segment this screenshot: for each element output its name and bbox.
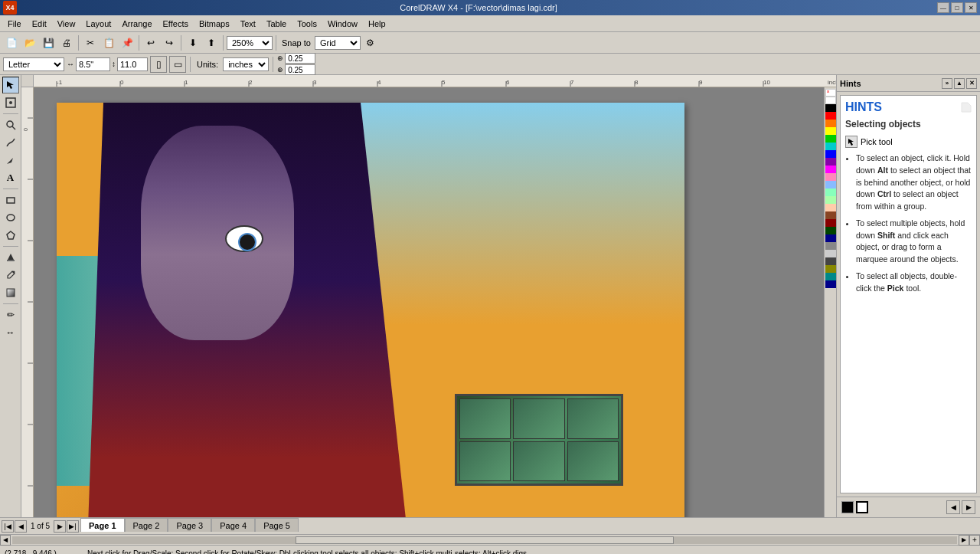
smart-drawing[interactable]: ✏ bbox=[2, 307, 19, 323]
menu-window[interactable]: Window bbox=[323, 18, 362, 30]
fill-swatch[interactable] bbox=[841, 501, 854, 513]
palette-none[interactable]: × bbox=[825, 89, 836, 97]
x-nudge-input[interactable] bbox=[285, 53, 315, 64]
next-btn[interactable]: ▶ bbox=[962, 500, 975, 514]
menu-table[interactable]: Table bbox=[262, 18, 291, 30]
color-dark-red[interactable] bbox=[825, 219, 836, 227]
minimize-button[interactable]: — bbox=[937, 2, 949, 13]
menu-help[interactable]: Help bbox=[364, 18, 390, 30]
page-tab-5[interactable]: Page 5 bbox=[255, 518, 299, 532]
page-tab-2[interactable]: Page 2 bbox=[125, 518, 168, 532]
menu-bitmaps[interactable]: Bitmaps bbox=[194, 18, 234, 30]
color-orange[interactable] bbox=[825, 120, 836, 127]
new-button[interactable]: 📄 bbox=[3, 34, 20, 51]
page-tab-4[interactable]: Page 4 bbox=[211, 518, 255, 532]
color-dark-blue[interactable] bbox=[825, 234, 836, 242]
menu-edit[interactable]: Edit bbox=[28, 18, 51, 30]
eyedropper-tool[interactable] bbox=[2, 267, 19, 284]
color-dark-green[interactable] bbox=[825, 227, 836, 234]
cut-button[interactable]: ✂ bbox=[82, 34, 99, 51]
rectangle-tool[interactable] bbox=[2, 192, 19, 208]
color-pink[interactable] bbox=[825, 173, 836, 181]
page-size-select[interactable]: LetterA4 bbox=[3, 57, 64, 71]
shape-tool[interactable] bbox=[2, 94, 19, 111]
zoom-tool[interactable] bbox=[2, 116, 19, 133]
menu-layout[interactable]: Layout bbox=[81, 18, 116, 30]
color-magenta[interactable] bbox=[825, 166, 836, 173]
copy-button[interactable]: 📋 bbox=[100, 34, 117, 51]
undo-button[interactable]: ↩ bbox=[142, 34, 159, 51]
panel-close-btn[interactable]: ✕ bbox=[966, 78, 977, 89]
snap-options[interactable]: ⚙ bbox=[362, 34, 379, 51]
close-button[interactable]: ✕ bbox=[965, 2, 977, 13]
import-button[interactable]: ⬇ bbox=[185, 34, 201, 51]
menu-view[interactable]: View bbox=[53, 18, 80, 30]
color-black[interactable] bbox=[825, 104, 836, 112]
fill-tool[interactable] bbox=[2, 249, 19, 266]
freehand-tool[interactable] bbox=[2, 134, 19, 151]
color-teal[interactable] bbox=[825, 273, 836, 280]
first-page-btn[interactable]: |◀ bbox=[2, 520, 14, 533]
ellipse-tool[interactable] bbox=[2, 209, 19, 226]
color-lightblue[interactable] bbox=[825, 181, 836, 188]
text-tool[interactable]: A bbox=[2, 169, 19, 186]
document-page[interactable] bbox=[57, 103, 684, 517]
export-button[interactable]: ⬆ bbox=[203, 34, 220, 51]
color-light-gray[interactable] bbox=[825, 250, 836, 257]
canvas-area[interactable]: -1 0 1 2 3 4 5 6 7 bbox=[21, 75, 836, 517]
menu-tools[interactable]: Tools bbox=[292, 18, 322, 30]
zoom-select[interactable]: 250%100%50% bbox=[227, 36, 273, 50]
color-yellow[interactable] bbox=[825, 127, 836, 135]
color-olive[interactable] bbox=[825, 265, 836, 273]
height-input[interactable] bbox=[117, 57, 148, 71]
redo-button[interactable]: ↪ bbox=[161, 34, 178, 51]
scroll-left-btn[interactable]: ◀ bbox=[0, 535, 11, 546]
color-navy[interactable] bbox=[825, 280, 836, 288]
menu-text[interactable]: Text bbox=[236, 18, 260, 30]
color-lightgreen[interactable] bbox=[825, 188, 836, 196]
paste-button[interactable]: 📌 bbox=[119, 34, 136, 51]
pick-tool[interactable] bbox=[2, 77, 19, 93]
color-gray[interactable] bbox=[825, 242, 836, 250]
last-page-btn[interactable]: ▶| bbox=[67, 520, 79, 533]
open-button[interactable]: 📂 bbox=[21, 34, 38, 51]
color-cyan[interactable] bbox=[825, 143, 836, 150]
units-select[interactable]: inchesmmcm bbox=[223, 57, 269, 71]
scroll-thumb[interactable] bbox=[296, 536, 674, 544]
maximize-button[interactable]: □ bbox=[951, 2, 963, 13]
landscape-btn[interactable]: ▭ bbox=[169, 56, 186, 73]
zoom-in-btn[interactable]: + bbox=[969, 535, 980, 546]
y-nudge-input[interactable] bbox=[285, 64, 315, 75]
color-peach[interactable] bbox=[825, 204, 836, 211]
color-green[interactable] bbox=[825, 135, 836, 143]
width-input[interactable] bbox=[76, 57, 110, 71]
canvas-content[interactable] bbox=[34, 87, 836, 517]
panel-float-btn[interactable]: ▲ bbox=[954, 78, 965, 89]
interactive-fill[interactable] bbox=[2, 284, 19, 301]
polygon-tool[interactable] bbox=[2, 227, 19, 244]
save-button[interactable]: 💾 bbox=[40, 34, 57, 51]
menu-arrange[interactable]: Arrange bbox=[117, 18, 156, 30]
color-white[interactable] bbox=[825, 97, 836, 104]
color-blue[interactable] bbox=[825, 150, 836, 158]
menu-file[interactable]: File bbox=[3, 18, 26, 30]
portrait-btn[interactable]: ▯ bbox=[150, 56, 167, 73]
color-lime[interactable] bbox=[825, 196, 836, 204]
page-tab-3[interactable]: Page 3 bbox=[168, 518, 211, 532]
scroll-right-btn[interactable]: ▶ bbox=[959, 535, 969, 546]
next-page-btn[interactable]: ▶ bbox=[54, 520, 66, 533]
dimension-tool[interactable]: ↔ bbox=[2, 324, 19, 341]
snap-select[interactable]: GridGuidelines bbox=[315, 36, 361, 50]
prev-btn[interactable]: ◀ bbox=[946, 500, 960, 514]
panel-expand-btn[interactable]: » bbox=[942, 78, 952, 89]
color-purple[interactable] bbox=[825, 158, 836, 166]
pen-tool[interactable] bbox=[2, 152, 19, 169]
color-red[interactable] bbox=[825, 112, 836, 120]
color-brown[interactable] bbox=[825, 211, 836, 219]
page-tab-1[interactable]: Page 1 bbox=[80, 518, 124, 532]
stroke-swatch[interactable] bbox=[856, 501, 868, 513]
print-button[interactable]: 🖨 bbox=[58, 34, 75, 51]
scroll-track[interactable] bbox=[12, 536, 957, 544]
prev-page-btn[interactable]: ◀ bbox=[15, 520, 27, 533]
color-dark-gray[interactable] bbox=[825, 257, 836, 265]
